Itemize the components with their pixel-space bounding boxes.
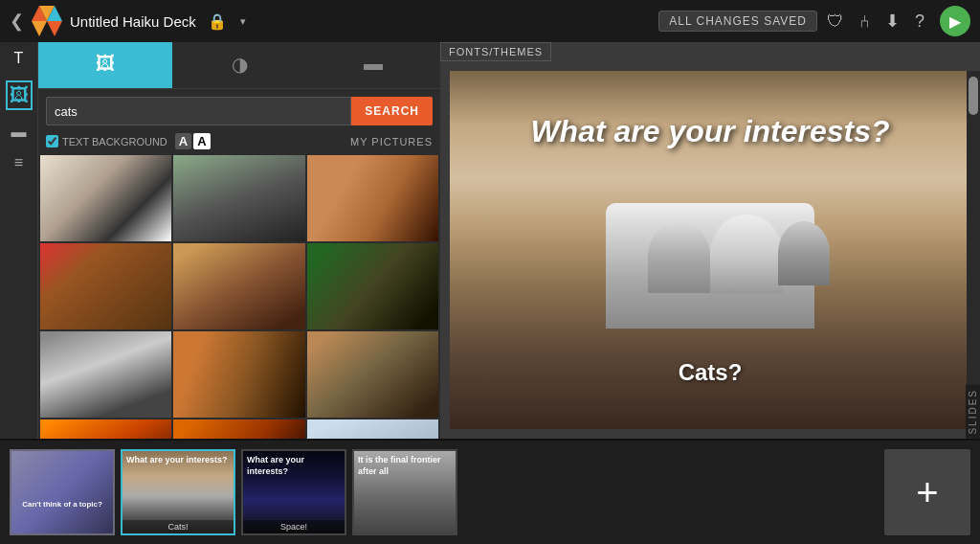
- slide-background: What are your interests? Cats?: [450, 71, 970, 429]
- tab-layout[interactable]: ▬: [306, 42, 440, 88]
- panel-tabs: 🖼 ◑ ▬: [38, 42, 440, 89]
- grid-image-8[interactable]: [173, 331, 304, 418]
- text-background-checkbox[interactable]: TEXT BACKGROUND: [46, 135, 167, 147]
- fs-slide-2-label: Space!: [243, 520, 345, 533]
- grid-image-9[interactable]: [307, 331, 438, 418]
- text-tool-icon[interactable]: T: [14, 50, 24, 67]
- fs-slide-1-title: What are your interests?: [126, 455, 230, 466]
- grid-image-7[interactable]: [40, 331, 171, 418]
- filmstrip-slide-3[interactable]: It is the final frontier after all: [352, 449, 457, 535]
- back-button[interactable]: ❮: [10, 11, 24, 32]
- canvas-area: FONTS/THEMES What are your interests? Ca…: [440, 42, 980, 439]
- tab-themes[interactable]: ◑: [172, 42, 306, 88]
- fs-slide-2-bg: What are your interests? Space!: [243, 451, 345, 533]
- grid-image-1[interactable]: [40, 155, 171, 241]
- fonts-themes-tab[interactable]: FONTS/THEMES: [440, 42, 551, 61]
- scrollbar-thumb[interactable]: [969, 77, 978, 115]
- main-content: T 🖼 ▬ ≡ 🖼 ◑ ▬ SEARCH TEXT BACKGROUND A A: [0, 42, 980, 439]
- fs-slide-1-label: Cats!: [122, 520, 234, 533]
- add-slide-button[interactable]: +: [884, 449, 970, 535]
- header-left: ❮ Untitled Haiku Deck 🔒 ▾: [10, 6, 649, 36]
- grid-image-6[interactable]: [307, 243, 438, 329]
- help-icon[interactable]: ?: [915, 11, 924, 32]
- left-toolbar: T 🖼 ▬ ≡: [0, 42, 38, 439]
- share-icon[interactable]: ⑃: [859, 11, 870, 32]
- fs-slide-0-text: Can't think of a topic?: [22, 500, 103, 509]
- grid-image-3[interactable]: [307, 155, 438, 241]
- fs-slide-2-title: What are your interests?: [247, 455, 341, 477]
- play-button[interactable]: ▶: [940, 6, 970, 36]
- grid-image-11[interactable]: [173, 419, 304, 439]
- fs-slide-3-text: It is the final frontier after all: [358, 455, 452, 477]
- shield-icon[interactable]: 🛡: [827, 11, 844, 32]
- search-button[interactable]: SEARCH: [351, 97, 433, 125]
- slide-title: What are your interests?: [450, 114, 970, 149]
- slide-canvas[interactable]: What are your interests? Cats?: [450, 71, 970, 429]
- options-bar: TEXT BACKGROUND A A MY PICTURES: [38, 133, 440, 153]
- my-pictures-button[interactable]: MY PICTURES: [350, 136, 433, 147]
- canvas-scrollbar[interactable]: [967, 71, 980, 439]
- text-color-options: A A: [175, 133, 211, 149]
- slide-subtitle: Cats?: [450, 359, 970, 386]
- logo: [32, 6, 62, 36]
- tab-images[interactable]: 🖼: [38, 42, 172, 88]
- cat-head-3: [778, 221, 830, 285]
- slides-label: SLIDES: [966, 385, 980, 439]
- cat-head-2: [710, 215, 783, 293]
- search-input[interactable]: [46, 97, 351, 125]
- svg-marker-4: [47, 21, 62, 36]
- image-grid: [38, 153, 440, 439]
- filmstrip-slide-1[interactable]: What are your interests? Cats!: [121, 449, 235, 535]
- fs-slide-1-bg: What are your interests? Cats!: [122, 451, 234, 533]
- image-tool-icon[interactable]: 🖼: [6, 80, 33, 110]
- grid-image-10[interactable]: [40, 419, 171, 439]
- filmstrip-slide-2[interactable]: What are your interests? Space!: [241, 449, 346, 535]
- download-icon[interactable]: ⬇: [885, 11, 900, 32]
- header-right: 🛡 ⑃ ⬇ ? ▶: [827, 6, 970, 36]
- filmstrip-slide-0[interactable]: Can't think of a topic?: [10, 449, 115, 535]
- image-panel: 🖼 ◑ ▬ SEARCH TEXT BACKGROUND A A MY PICT…: [38, 42, 440, 439]
- save-status: ALL CHANGES SAVED: [658, 11, 817, 32]
- grid-image-2[interactable]: [173, 155, 304, 241]
- layout-tool-icon[interactable]: ▬: [11, 124, 27, 141]
- text-dark-button[interactable]: A: [175, 133, 191, 149]
- fs-slide-3-bg: It is the final frontier after all: [354, 451, 456, 533]
- deck-title: Untitled Haiku Deck: [70, 13, 196, 30]
- text-white-button[interactable]: A: [193, 133, 210, 149]
- filmstrip: Can't think of a topic? What are your in…: [0, 439, 980, 544]
- search-bar: SEARCH: [38, 89, 440, 133]
- grid-image-12[interactable]: [307, 419, 438, 439]
- svg-marker-3: [32, 21, 47, 36]
- cat-head-1: [648, 221, 710, 293]
- fs-slide-0-bg: Can't think of a topic?: [11, 451, 113, 533]
- notes-tool-icon[interactable]: ≡: [14, 154, 23, 171]
- grid-image-5[interactable]: [173, 243, 304, 329]
- lock-icon[interactable]: 🔒: [208, 12, 227, 31]
- grid-image-4[interactable]: [40, 243, 171, 329]
- header: ❮ Untitled Haiku Deck 🔒 ▾ ALL CHANGES SA…: [0, 0, 980, 42]
